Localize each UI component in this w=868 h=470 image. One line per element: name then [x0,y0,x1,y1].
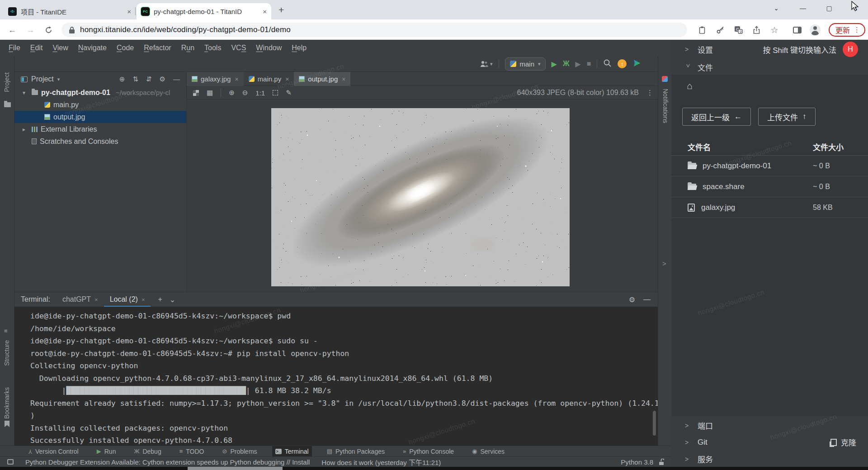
titanide-logo-icon[interactable] [632,59,641,69]
menu-item[interactable]: Run [176,44,199,52]
file-row[interactable]: py-chatgpt-demo-01 ~ 0 B [671,156,868,176]
panel-section-header[interactable]: > 服务 [671,451,868,467]
home-icon[interactable]: ⌂ [687,81,693,91]
menu-item[interactable]: VCS [226,44,251,52]
toolwindow-button[interactable]: ≡ TODO [176,446,208,457]
menu-item[interactable]: Tools [199,44,226,52]
editor-tab[interactable]: galaxy.jpg × [187,72,244,86]
code-with-me-button[interactable]: ▾ [480,61,493,67]
tree-item-external-libraries[interactable]: ▸ External Libraries [14,123,186,135]
terminal-tab[interactable]: chatGPT × [57,292,104,307]
menu-item[interactable]: Code [112,44,139,52]
toolwindow-button[interactable]: ◉ Services [469,446,508,457]
hide-panel-icon[interactable]: — [173,75,180,83]
transparency-checker-icon[interactable] [193,90,199,96]
settings-gear-icon[interactable]: ⚙ [160,75,165,83]
chevron-expanded-icon[interactable]: ▾ [23,90,28,96]
address-bar[interactable]: hongxi.titanide.cn/ide/web/coding/py-cha… [61,23,687,37]
stripe-bookmarks-button[interactable]: Bookmarks [3,387,10,419]
stripe-structure-button[interactable]: Structure [3,340,10,366]
toolwindow-button[interactable]: ▤ Python Packages [324,446,388,457]
files-section-header[interactable]: > 文件 [671,59,868,75]
password-key-icon[interactable] [715,24,726,35]
share-icon[interactable] [751,24,762,35]
new-tab-button[interactable]: + [278,5,284,15]
toolwindow-button[interactable]: » Python Console [400,446,457,457]
terminal-scrollbar[interactable] [653,411,656,436]
go-up-button[interactable]: 返回上一级 ← [682,108,751,126]
status-secondary-message[interactable]: How does it work (yesterday 下午11:21) [321,457,441,467]
toolwindow-button[interactable]: >_ Terminal [272,446,312,457]
reload-button[interactable] [42,24,54,36]
chevron-down-icon[interactable]: ▾ [57,76,60,82]
run-with-coverage-button[interactable]: ▶ [575,60,580,68]
search-everywhere-button[interactable] [603,59,612,69]
side-panel-icon[interactable] [792,24,802,35]
terminal-settings-gear-icon[interactable]: ⚙ [629,295,635,304]
grid-icon[interactable]: ▦ [207,89,213,97]
python-interpreter-selector[interactable]: Python 3.8 [621,458,653,466]
run-button[interactable]: ▶ [552,60,557,68]
menu-item[interactable]: File [4,44,25,52]
panel-expander-chev[interactable]: > [662,260,666,267]
url-text[interactable]: hongxi.titanide.cn/ide/web/coding/py-cha… [80,25,291,34]
file-row[interactable]: galaxy.jpg 58 KB [671,197,868,218]
upload-file-button[interactable]: 上传文件 ↑ [758,108,816,126]
clipboard-icon[interactable] [697,24,708,35]
close-tab-icon[interactable]: × [235,76,238,83]
tab-search-icon[interactable]: ⌄ [766,0,787,16]
toolwindow-button[interactable]: Ж Debug [131,446,164,457]
ide-update-badge[interactable]: ↑ [618,59,627,68]
zoom-out-icon[interactable]: ⊖ [242,89,248,97]
stripe-project-button[interactable]: Project [3,72,10,92]
hide-terminal-icon[interactable]: — [643,295,651,304]
color-picker-icon[interactable]: ✎ [286,89,292,97]
tree-item-output-jpg[interactable]: output.jpg [14,111,186,123]
stripe-notifications-button[interactable]: Notifications [662,89,669,123]
git-clone-button[interactable]: 克隆 [830,437,856,448]
chrome-update-button[interactable]: 更新 ⋮ [829,23,865,37]
bookmark-star-icon[interactable]: ☆ [769,24,780,35]
new-terminal-session-button[interactable]: + [158,295,162,304]
project-panel-title[interactable]: Project [31,75,54,83]
locate-file-icon[interactable]: ⊕ [119,75,125,83]
toolwindow-button[interactable]: Y Version Control [25,446,82,457]
actual-size-button[interactable]: 1:1 [255,89,265,97]
menu-item[interactable]: Refactor [139,44,176,52]
panel-section-header[interactable]: > 端口 [671,417,868,434]
editor-tab[interactable]: output.jpg × [294,72,350,86]
menu-item[interactable]: Navigate [73,44,112,52]
stop-button[interactable]: ■ [587,60,591,68]
close-tab-icon[interactable]: × [263,8,267,15]
close-tab-icon[interactable]: × [285,76,289,83]
toolwindow-button[interactable]: ⊘ Problems [219,446,260,457]
debug-button[interactable]: Ж [563,60,569,68]
panel-section-header[interactable]: > Git 克隆 [671,434,868,451]
file-row[interactable]: space.share ~ 0 B [671,176,868,197]
browser-tab-pycharm-project[interactable]: PC py-chatgpt-demo-01 - TitanID × [137,3,271,19]
zoom-in-icon[interactable]: ⊕ [229,89,235,97]
user-avatar[interactable]: H [843,42,858,57]
browser-menu-kebab-icon[interactable]: ⋮ [854,26,860,34]
run-configuration-select[interactable]: main ▾ [505,57,546,71]
settings-section-header[interactable]: > 设置 按 Shift 键切换输入法 H [671,40,868,59]
toolwindow-button[interactable]: ▶ Run [94,446,119,457]
tree-item-scratches[interactable]: Scratches and Consoles [14,135,186,147]
browser-tab-titanide[interactable]: ‹t› 项目 - TitanIDE × [4,3,136,19]
terminal-tab[interactable]: Local (2) × [104,292,151,307]
tree-item-project-root[interactable]: ▾ py-chatgpt-demo-01 ~/workspace/py-cl [14,86,186,99]
browser-profile-avatar[interactable] [810,24,821,35]
editor-tab[interactable]: main.py × [244,72,294,86]
back-button[interactable]: ← [6,24,18,36]
forward-button[interactable]: → [24,24,36,36]
close-tab-icon[interactable]: × [127,8,131,15]
close-tab-icon[interactable]: × [94,296,98,303]
menu-item[interactable]: Help [287,44,311,52]
unlocked-padlock-icon[interactable] [659,459,664,465]
translate-icon[interactable]: G文 [733,24,744,35]
tree-item-main-py[interactable]: main.py [14,99,186,111]
menu-item[interactable]: Window [251,44,287,52]
expand-all-icon[interactable]: ⇅ [132,75,138,83]
chevron-collapsed-icon[interactable]: ▸ [23,126,28,133]
notifications-icon[interactable] [662,76,668,82]
